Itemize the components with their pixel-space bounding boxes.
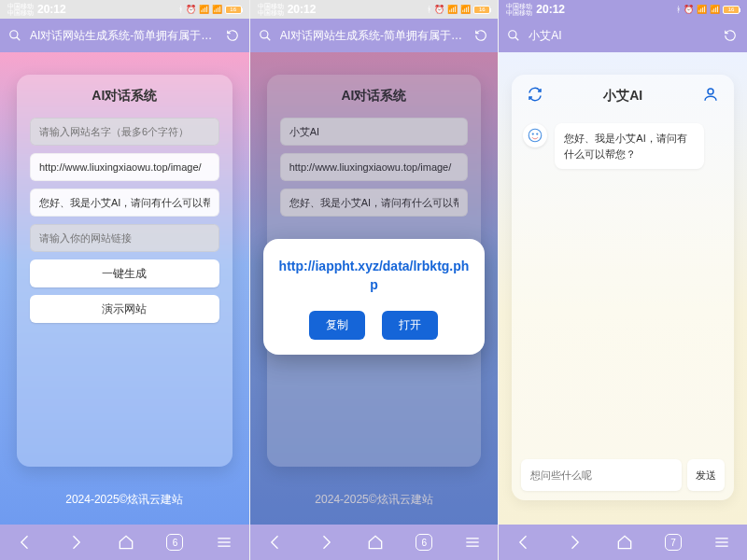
chat-title: 小艾AI: [603, 88, 642, 105]
browser-address-bar[interactable]: 小艾AI: [499, 19, 747, 52]
page-title: AI对话网站生成系统-简单拥有属于自…: [280, 28, 467, 44]
alarm-icon: ⏰: [434, 5, 444, 14]
nav-forward-icon[interactable]: [564, 532, 585, 553]
search-icon: [506, 28, 521, 43]
alarm-icon: ⏰: [186, 5, 196, 14]
nav-back-icon[interactable]: [15, 532, 35, 553]
signal-icon: 📶: [697, 5, 707, 14]
search-icon: [258, 28, 273, 43]
signal-icon: 📶: [199, 5, 209, 14]
nav-forward-icon[interactable]: [316, 532, 336, 553]
refresh-icon[interactable]: [723, 28, 738, 43]
svg-point-12: [708, 89, 713, 94]
nav-home-icon[interactable]: [614, 532, 635, 553]
nav-menu-icon[interactable]: [462, 532, 483, 553]
refresh-icon[interactable]: [225, 28, 240, 43]
browser-address-bar[interactable]: AI对话网站生成系统-简单拥有属于自…: [0, 19, 249, 52]
alarm-icon: ⏰: [684, 5, 694, 14]
svg-line-11: [515, 37, 519, 41]
signal-icon: 📶: [447, 5, 458, 14]
greeting-input[interactable]: [30, 189, 219, 217]
battery-icon: 16: [723, 6, 740, 14]
user-icon[interactable]: [702, 86, 719, 106]
send-button[interactable]: 发送: [687, 459, 725, 491]
ai-message-row: 您好、我是小艾AI，请问有什么可以帮您？: [523, 123, 723, 169]
search-icon: [7, 28, 22, 43]
battery-icon: 16: [473, 6, 490, 14]
phone-screen-2: 中国移动中国移动 20:12 ᚼ ⏰ 📶 📶 16 AI对话网站生成系统-简单拥…: [249, 0, 499, 560]
open-button[interactable]: 打开: [382, 311, 438, 340]
svg-point-13: [529, 129, 543, 142]
signal-icon: 📶: [710, 5, 720, 14]
bluetooth-icon: ᚼ: [427, 5, 431, 14]
refresh-icon[interactable]: [473, 28, 488, 43]
phone-screen-3: 中国移动中国移动 20:12 ᚼ ⏰ 📶 📶 16 小艾AI 小艾AI: [498, 0, 747, 560]
chat-card: 小艾AI 您好、我是小艾AI，请问有什么可以帮您？ 发送: [512, 75, 734, 500]
page-title: AI对话网站生成系统-简单拥有属于自…: [30, 28, 218, 44]
avatar-url-input[interactable]: [30, 153, 219, 181]
bluetooth-icon: ᚼ: [676, 5, 681, 14]
page-content: AI对话系统 一键生成 演示网站 2024-2025©炫讯云建站: [0, 52, 249, 525]
svg-point-14: [532, 133, 534, 134]
phone-screen-1: 中国移动中国移动 20:12 ᚼ ⏰ 📶 📶 16 AI对话网站生成系统-简单拥…: [0, 0, 249, 560]
nav-tabs-button[interactable]: 6: [416, 534, 432, 551]
svg-point-5: [260, 31, 267, 38]
browser-bottom-nav: 6: [250, 525, 499, 560]
svg-point-15: [536, 133, 538, 134]
site-link-input[interactable]: [30, 224, 219, 252]
nav-menu-icon[interactable]: [214, 532, 234, 553]
signal-icon: 📶: [460, 5, 471, 14]
card-title: AI对话系统: [30, 88, 219, 105]
bluetooth-icon: ᚼ: [178, 5, 183, 14]
status-time: 20:12: [288, 3, 317, 16]
sync-icon[interactable]: [527, 86, 543, 106]
copy-button[interactable]: 复制: [309, 311, 365, 340]
page-content: 小艾AI 您好、我是小艾AI，请问有什么可以帮您？ 发送: [499, 52, 747, 525]
browser-bottom-nav: 7: [499, 525, 747, 560]
carrier-label: 中国移动中国移动: [7, 3, 34, 16]
status-time: 20:12: [37, 3, 66, 16]
battery-icon: 16: [225, 6, 242, 14]
signal-icon: 📶: [212, 5, 222, 14]
svg-line-1: [17, 37, 21, 41]
result-modal: http://iappht.xyz/data/lrbktg.php 复制 打开: [263, 239, 486, 355]
generate-button[interactable]: 一键生成: [30, 259, 219, 287]
svg-point-0: [10, 31, 18, 38]
status-bar: 中国移动中国移动 20:12 ᚼ ⏰ 📶 📶 16: [499, 0, 747, 19]
nav-tabs-button[interactable]: 7: [665, 534, 682, 551]
footer-copyright: 2024-2025©炫讯云建站: [0, 492, 249, 508]
browser-address-bar[interactable]: AI对话网站生成系统-简单拥有属于自…: [250, 19, 499, 52]
generator-card: AI对话系统 一键生成 演示网站: [17, 75, 233, 467]
status-bar: 中国移动中国移动 20:12 ᚼ ⏰ 📶 📶 16: [0, 0, 249, 19]
nav-menu-icon[interactable]: [712, 532, 732, 553]
status-time: 20:12: [536, 3, 565, 16]
svg-point-10: [509, 31, 516, 38]
chat-input[interactable]: [521, 459, 682, 491]
demo-button[interactable]: 演示网站: [30, 295, 219, 323]
nav-home-icon[interactable]: [365, 532, 386, 553]
svg-line-6: [266, 37, 270, 41]
nav-tabs-button[interactable]: 6: [166, 534, 183, 551]
nav-back-icon[interactable]: [265, 532, 286, 553]
carrier-label: 中国移动中国移动: [258, 3, 284, 16]
ai-avatar-icon: [523, 123, 547, 147]
nav-back-icon[interactable]: [514, 532, 534, 553]
status-bar: 中国移动中国移动 20:12 ᚼ ⏰ 📶 📶 16: [250, 0, 499, 19]
generated-url: http://iappht.xyz/data/lrbktg.php: [278, 258, 471, 294]
browser-bottom-nav: 6: [0, 525, 249, 560]
ai-message-bubble: 您好、我是小艾AI，请问有什么可以帮您？: [555, 123, 704, 169]
page-content: AI对话系统 2024-2025©炫讯云建站 http://iappht.xyz…: [250, 52, 499, 525]
nav-forward-icon[interactable]: [65, 532, 86, 553]
nav-home-icon[interactable]: [116, 532, 136, 553]
site-name-input[interactable]: [30, 118, 219, 146]
carrier-label: 中国移动中国移动: [506, 3, 532, 16]
page-title: 小艾AI: [529, 28, 715, 44]
